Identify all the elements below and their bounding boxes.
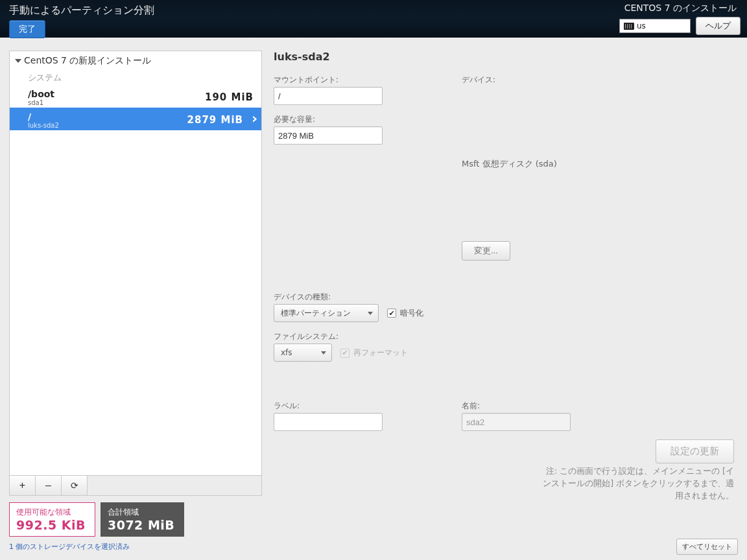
capacity-input[interactable] xyxy=(274,126,383,145)
device-type-select[interactable]: 標準パーティション xyxy=(274,304,379,322)
help-button[interactable]: ヘルプ xyxy=(696,17,741,35)
apply-note: 注: この画面で行う設定は、メインメニューの [インストールの開始] ボタンをク… xyxy=(540,465,734,502)
tree-section-label: システム xyxy=(10,71,261,85)
partition-size: 190 MiB xyxy=(205,91,254,103)
free-space-label: 使用可能な領域 xyxy=(16,507,86,518)
tree-toolbar: + – ⟳ xyxy=(10,475,261,495)
reload-button[interactable]: ⟳ xyxy=(62,476,88,495)
free-space-value: 992.5 KiB xyxy=(16,518,86,532)
name-label: 名前: xyxy=(462,401,571,412)
free-space-box: 使用可能な領域 992.5 KiB xyxy=(9,502,95,537)
partition-size: 2879 MiB xyxy=(187,114,254,126)
capacity-label: 必要な容量: xyxy=(274,114,436,125)
detail-title: luks-sda2 xyxy=(274,51,734,63)
reformat-label: 再フォーマット xyxy=(353,347,408,358)
keyboard-layout: us xyxy=(637,21,646,30)
device-type-label: デバイスの種類: xyxy=(274,292,734,303)
filesystem-select[interactable]: xfs xyxy=(274,344,332,362)
encrypt-label: 暗号化 xyxy=(400,308,423,319)
change-device-button[interactable]: 変更... xyxy=(462,241,510,261)
encrypt-checkbox[interactable]: ✔ xyxy=(387,309,396,318)
storage-devices-link[interactable]: 1 個のストレージデバイスを選択済み xyxy=(9,542,130,552)
filesystem-value: xfs xyxy=(281,348,292,357)
partition-row-root[interactable]: / luks-sda2 2879 MiB xyxy=(10,108,261,130)
tree-group-header[interactable]: CentOS 7 の新規インストール xyxy=(10,51,261,71)
total-space-label: 合計領域 xyxy=(108,507,174,518)
device-text: Msft 仮想ディスク (sda) xyxy=(462,158,734,170)
partition-mount: /boot xyxy=(28,89,54,99)
chevron-down-icon xyxy=(321,351,326,355)
header-subtitle: CENTOS 7 のインストール xyxy=(624,3,737,14)
mount-input[interactable] xyxy=(274,87,383,105)
tree-group-label: CentOS 7 の新規インストール xyxy=(24,55,151,67)
page-title: 手動によるパーティション分割 xyxy=(9,4,154,18)
encrypt-checkbox-row[interactable]: ✔ 暗号化 xyxy=(387,308,423,319)
done-button[interactable]: 完了 xyxy=(9,20,45,38)
keyboard-indicator[interactable]: us xyxy=(619,19,691,33)
partition-device: luks-sda2 xyxy=(28,122,59,129)
name-input xyxy=(462,413,571,431)
mount-label: マウントポイント: xyxy=(274,75,436,86)
reformat-checkbox-row: ✔ 再フォーマット xyxy=(340,347,408,358)
device-label: デバイス: xyxy=(462,75,734,86)
reset-all-button[interactable]: すべてリセット xyxy=(676,539,738,555)
remove-partition-button[interactable]: – xyxy=(36,476,62,495)
filesystem-label: ファイルシステム: xyxy=(274,331,734,342)
partition-row-boot[interactable]: /boot sda1 190 MiB xyxy=(10,85,261,108)
total-space-value: 3072 MiB xyxy=(108,518,174,532)
device-type-value: 標準パーティション xyxy=(281,308,351,319)
label-input[interactable] xyxy=(274,413,383,431)
expand-icon xyxy=(15,59,21,63)
partition-mount: / xyxy=(28,111,31,122)
add-partition-button[interactable]: + xyxy=(10,476,36,495)
update-settings-button[interactable]: 設定の更新 xyxy=(656,439,734,463)
partition-tree: CentOS 7 の新規インストール システム /boot sda1 190 M… xyxy=(9,51,262,496)
reformat-checkbox: ✔ xyxy=(340,349,350,358)
header-bar: 手動によるパーティション分割 完了 CENTOS 7 のインストール us ヘル… xyxy=(0,0,747,38)
keyboard-icon xyxy=(624,23,634,30)
chevron-down-icon xyxy=(368,312,373,315)
total-space-box: 合計領域 3072 MiB xyxy=(101,502,184,537)
partition-device: sda1 xyxy=(28,99,54,106)
label-label: ラベル: xyxy=(274,401,436,412)
